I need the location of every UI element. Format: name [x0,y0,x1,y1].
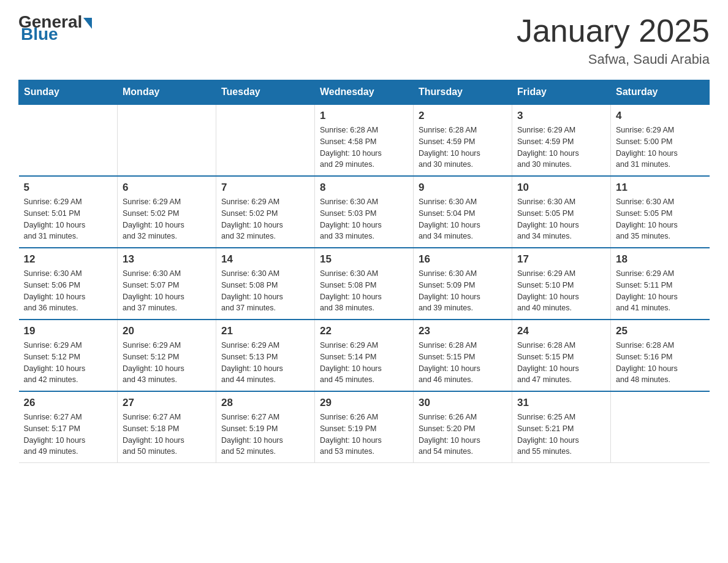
week-row-2: 5Sunrise: 6:29 AMSunset: 5:01 PMDaylight… [19,176,710,248]
day-number: 25 [616,325,705,337]
day-cell: 16Sunrise: 6:30 AMSunset: 5:09 PMDayligh… [414,248,512,320]
col-wednesday: Wednesday [315,80,414,105]
logo-arrow-icon [83,18,92,29]
day-number: 31 [517,397,605,409]
day-cell [216,104,315,176]
day-cell: 23Sunrise: 6:28 AMSunset: 5:15 PMDayligh… [414,320,512,391]
day-info: Sunrise: 6:26 AMSunset: 5:20 PMDaylight:… [419,412,507,458]
day-info: Sunrise: 6:28 AMSunset: 5:15 PMDaylight:… [517,340,605,386]
day-cell: 14Sunrise: 6:30 AMSunset: 5:08 PMDayligh… [216,248,315,320]
day-info: Sunrise: 6:27 AMSunset: 5:17 PMDaylight:… [24,412,113,458]
col-tuesday: Tuesday [216,80,315,105]
day-number: 3 [517,110,605,122]
day-number: 8 [320,182,408,194]
col-saturday: Saturday [611,80,710,105]
day-cell: 28Sunrise: 6:27 AMSunset: 5:19 PMDayligh… [216,391,315,463]
day-number: 5 [24,182,113,194]
day-info: Sunrise: 6:29 AMSunset: 5:11 PMDaylight:… [616,268,705,314]
calendar-table: Sunday Monday Tuesday Wednesday Thursday… [18,80,710,463]
day-number: 17 [517,253,605,266]
day-cell: 29Sunrise: 6:26 AMSunset: 5:19 PMDayligh… [315,391,414,463]
day-cell: 21Sunrise: 6:29 AMSunset: 5:13 PMDayligh… [216,320,315,391]
day-cell: 19Sunrise: 6:29 AMSunset: 5:12 PMDayligh… [19,320,118,391]
day-cell: 1Sunrise: 6:28 AMSunset: 4:58 PMDaylight… [315,104,414,176]
day-info: Sunrise: 6:28 AMSunset: 4:58 PMDaylight:… [320,124,408,170]
calendar-header: Sunday Monday Tuesday Wednesday Thursday… [19,80,710,105]
day-number: 23 [419,325,507,337]
day-number: 19 [24,325,113,337]
day-cell: 24Sunrise: 6:28 AMSunset: 5:15 PMDayligh… [512,320,611,391]
day-cell: 26Sunrise: 6:27 AMSunset: 5:17 PMDayligh… [19,391,118,463]
week-row-5: 26Sunrise: 6:27 AMSunset: 5:17 PMDayligh… [19,391,710,463]
day-cell: 22Sunrise: 6:29 AMSunset: 5:14 PMDayligh… [315,320,414,391]
day-number: 30 [419,397,507,409]
day-number: 22 [320,325,408,337]
day-number: 7 [221,182,309,194]
day-info: Sunrise: 6:29 AMSunset: 5:13 PMDaylight:… [221,340,309,386]
day-number: 4 [616,110,705,122]
col-friday: Friday [512,80,611,105]
day-cell: 31Sunrise: 6:25 AMSunset: 5:21 PMDayligh… [512,391,611,463]
day-info: Sunrise: 6:30 AMSunset: 5:06 PMDaylight:… [24,268,113,314]
day-cell: 15Sunrise: 6:30 AMSunset: 5:08 PMDayligh… [315,248,414,320]
logo: General Blue [18,12,92,44]
day-number: 29 [320,397,408,409]
day-cell: 12Sunrise: 6:30 AMSunset: 5:06 PMDayligh… [19,248,118,320]
day-info: Sunrise: 6:26 AMSunset: 5:19 PMDaylight:… [320,412,408,458]
day-info: Sunrise: 6:28 AMSunset: 4:59 PMDaylight:… [419,124,507,170]
day-cell: 3Sunrise: 6:29 AMSunset: 4:59 PMDaylight… [512,104,611,176]
day-info: Sunrise: 6:29 AMSunset: 5:00 PMDaylight:… [616,124,705,170]
day-number: 21 [221,325,309,337]
day-info: Sunrise: 6:30 AMSunset: 5:03 PMDaylight:… [320,196,408,242]
day-number: 10 [517,182,605,194]
day-cell: 2Sunrise: 6:28 AMSunset: 4:59 PMDaylight… [414,104,512,176]
day-number: 12 [24,253,113,266]
day-info: Sunrise: 6:30 AMSunset: 5:05 PMDaylight:… [616,196,705,242]
day-cell [611,391,710,463]
day-info: Sunrise: 6:29 AMSunset: 4:59 PMDaylight:… [517,124,605,170]
day-info: Sunrise: 6:30 AMSunset: 5:05 PMDaylight:… [517,196,605,242]
day-cell: 9Sunrise: 6:30 AMSunset: 5:04 PMDaylight… [414,176,512,248]
day-number: 6 [123,182,211,194]
day-cell: 10Sunrise: 6:30 AMSunset: 5:05 PMDayligh… [512,176,611,248]
day-cell: 6Sunrise: 6:29 AMSunset: 5:02 PMDaylight… [118,176,216,248]
calendar-title-section: January 2025 Safwa, Saudi Arabia [517,12,710,67]
day-info: Sunrise: 6:25 AMSunset: 5:21 PMDaylight:… [517,412,605,458]
day-cell: 27Sunrise: 6:27 AMSunset: 5:18 PMDayligh… [118,391,216,463]
day-cell: 8Sunrise: 6:30 AMSunset: 5:03 PMDaylight… [315,176,414,248]
day-info: Sunrise: 6:27 AMSunset: 5:19 PMDaylight:… [221,412,309,458]
day-info: Sunrise: 6:28 AMSunset: 5:15 PMDaylight:… [419,340,507,386]
day-number: 24 [517,325,605,337]
day-number: 26 [24,397,113,409]
day-info: Sunrise: 6:29 AMSunset: 5:14 PMDaylight:… [320,340,408,386]
day-cell: 18Sunrise: 6:29 AMSunset: 5:11 PMDayligh… [611,248,710,320]
day-cell: 11Sunrise: 6:30 AMSunset: 5:05 PMDayligh… [611,176,710,248]
calendar-body: 1Sunrise: 6:28 AMSunset: 4:58 PMDaylight… [19,104,710,463]
day-info: Sunrise: 6:30 AMSunset: 5:07 PMDaylight:… [123,268,211,314]
col-thursday: Thursday [414,80,512,105]
week-row-4: 19Sunrise: 6:29 AMSunset: 5:12 PMDayligh… [19,320,710,391]
day-cell: 30Sunrise: 6:26 AMSunset: 5:20 PMDayligh… [414,391,512,463]
day-info: Sunrise: 6:28 AMSunset: 5:16 PMDaylight:… [616,340,705,386]
day-info: Sunrise: 6:29 AMSunset: 5:12 PMDaylight:… [24,340,113,386]
day-info: Sunrise: 6:30 AMSunset: 5:08 PMDaylight:… [320,268,408,314]
day-number: 13 [123,253,211,266]
week-row-3: 12Sunrise: 6:30 AMSunset: 5:06 PMDayligh… [19,248,710,320]
day-number: 16 [419,253,507,266]
day-info: Sunrise: 6:30 AMSunset: 5:04 PMDaylight:… [419,196,507,242]
day-number: 28 [221,397,309,409]
page-header: General Blue January 2025 Safwa, Saudi A… [18,12,710,67]
day-number: 18 [616,253,705,266]
day-number: 14 [221,253,309,266]
day-info: Sunrise: 6:30 AMSunset: 5:09 PMDaylight:… [419,268,507,314]
day-info: Sunrise: 6:29 AMSunset: 5:02 PMDaylight:… [221,196,309,242]
calendar-subtitle: Safwa, Saudi Arabia [517,52,710,67]
day-cell [118,104,216,176]
day-info: Sunrise: 6:29 AMSunset: 5:01 PMDaylight:… [24,196,113,242]
day-info: Sunrise: 6:29 AMSunset: 5:02 PMDaylight:… [123,196,211,242]
week-row-1: 1Sunrise: 6:28 AMSunset: 4:58 PMDaylight… [19,104,710,176]
day-number: 11 [616,182,705,194]
col-sunday: Sunday [19,80,118,105]
calendar-title: January 2025 [517,12,710,49]
day-info: Sunrise: 6:29 AMSunset: 5:10 PMDaylight:… [517,268,605,314]
